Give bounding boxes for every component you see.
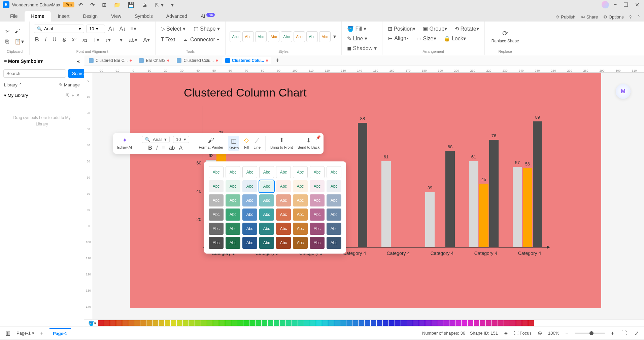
color-swatch[interactable] [316,320,322,326]
style-cell[interactable]: Abc [276,180,291,192]
style-cell[interactable]: Abc [226,166,240,178]
font-family-select[interactable]: 🔍 Arial ▾ [34,25,84,33]
color-swatch[interactable] [292,320,298,326]
color-swatch[interactable] [431,320,437,326]
library-toggle[interactable]: Library ⌃ [4,82,22,87]
search-input[interactable] [3,69,66,78]
color-swatch[interactable] [304,320,310,326]
page-tab[interactable]: Page-1 [49,328,71,338]
color-swatch[interactable] [510,320,516,326]
color-swatch[interactable] [359,320,364,326]
color-swatch[interactable] [455,320,461,326]
zoom-slider[interactable] [575,333,605,334]
new-tab-icon[interactable]: + [272,56,283,64]
style-cell[interactable]: Abc [242,166,257,178]
undo-icon[interactable]: ↶ [77,0,84,9]
color-swatch[interactable] [383,320,388,326]
style-cell[interactable]: Abc [276,209,291,221]
color-swatch[interactable] [437,320,443,326]
styles-more-icon[interactable]: ▾ [332,32,337,41]
font-size-select[interactable]: 10 ▾ [86,25,105,33]
float-font-select[interactable]: 🔍 Arial ▾ [142,136,170,143]
maximize-button[interactable]: ❐ [621,2,630,8]
share-button[interactable]: ⫘ Share [581,14,598,20]
zoom-out-icon[interactable]: − [564,329,570,338]
format-painter-icon[interactable]: 🖌 [13,27,25,36]
style-cell[interactable]: Abc [226,237,240,249]
color-swatch[interactable] [443,320,449,326]
color-swatch[interactable] [122,320,128,326]
color-swatch[interactable] [395,320,401,326]
color-swatch[interactable] [268,320,273,326]
color-swatch[interactable] [177,320,182,326]
style-cell[interactable]: Abc [293,180,308,192]
color-swatch[interactable] [486,320,492,326]
close-button[interactable]: ✕ [633,2,641,8]
color-swatch[interactable] [413,320,419,326]
color-swatch[interactable] [449,320,455,326]
style-cell[interactable]: Abc [327,180,341,192]
menu-advanced[interactable]: Advanced [160,11,194,22]
color-swatch[interactable] [346,320,352,326]
style-cell[interactable]: Abc [327,209,341,221]
color-swatch[interactable] [116,320,122,326]
color-swatch[interactable] [262,320,267,326]
options-button[interactable]: ⚙ Options [603,14,623,20]
color-swatch[interactable] [286,320,292,326]
style-swatch[interactable]: Abc [268,31,279,42]
select-tool[interactable]: ▷ Select ▾ [160,24,187,33]
color-swatch[interactable] [213,320,219,326]
style-cell[interactable]: Abc [259,237,274,249]
style-cell[interactable]: Abc [327,194,341,206]
page-list-icon[interactable]: ▥ [4,329,12,338]
color-picker-icon[interactable]: 🪣▾ [87,319,98,327]
document-tab[interactable]: Clustered Colu... [222,57,271,64]
bar-group[interactable]: 3968Category 4 [425,151,466,247]
connector-tool[interactable]: ⫠ Connector ▾ [182,35,221,44]
style-cell[interactable]: Abc [226,209,240,221]
library-dropzone[interactable]: Drag symbols here to add to My Library [4,105,80,138]
style-cell[interactable]: Abc [259,223,274,235]
document-tab[interactable]: Bar Chart2 [136,57,173,64]
style-cell[interactable]: Abc [226,180,240,192]
color-swatch[interactable] [171,320,176,326]
my-library-toggle[interactable]: ▾ My Library [4,93,28,98]
style-cell[interactable]: Abc [209,166,224,178]
increase-font-icon[interactable]: A↑ [107,25,116,33]
color-swatch[interactable] [249,320,255,326]
float-bring-front[interactable]: ⬆Bring to Front [270,136,293,149]
style-cell[interactable]: Abc [242,194,257,206]
color-swatch[interactable] [371,320,376,326]
style-cell[interactable]: Abc [276,237,291,249]
color-swatch[interactable] [310,320,316,326]
fullscreen-icon[interactable]: ⤢ [633,329,640,338]
style-swatch[interactable]: Abc [255,31,267,42]
color-swatch[interactable] [165,320,170,326]
float-line[interactable]: ／Line [253,136,261,149]
style-swatch[interactable]: Abc [242,31,254,42]
style-cell[interactable]: Abc [226,194,240,206]
style-cell[interactable]: Abc [310,237,325,249]
color-swatch[interactable] [280,320,285,326]
export-icon[interactable]: ⇱ ▾ [154,0,165,9]
style-cell[interactable]: Abc [259,209,274,221]
zoom-in-icon[interactable]: + [610,329,615,338]
style-cell[interactable]: Abc [276,223,291,235]
color-swatch[interactable] [256,320,261,326]
layers-icon[interactable]: ◈ [503,329,509,338]
color-swatch[interactable] [352,320,358,326]
color-swatch[interactable] [128,320,134,326]
bold-icon[interactable]: B [34,35,40,44]
color-swatch[interactable] [183,320,189,326]
style-cell[interactable]: Abc [242,209,257,221]
color-swatch[interactable] [322,320,328,326]
text-tool[interactable]: T Text [160,35,177,44]
style-cell[interactable]: Abc [310,166,325,178]
import-icon[interactable]: ⇱ [66,93,69,98]
style-cell[interactable]: Abc [276,194,291,206]
color-swatch[interactable] [195,320,201,326]
color-swatch[interactable] [328,320,334,326]
color-swatch[interactable] [237,320,243,326]
float-styles[interactable]: ◫Styles [228,136,239,151]
color-swatch[interactable] [504,320,510,326]
